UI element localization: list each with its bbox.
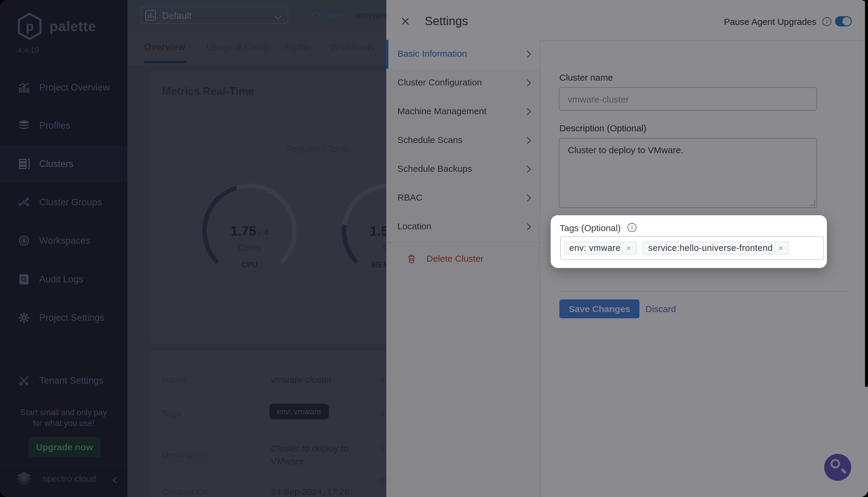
tags-input[interactable]: env: vmware × service:hello-universe-fro…: [560, 236, 824, 260]
tags-info-icon[interactable]: i: [628, 223, 636, 232]
tags-spotlight: Tags (Optional) i env: vmware × service:…: [551, 215, 827, 268]
remove-tag-icon[interactable]: ×: [626, 243, 631, 253]
remove-tag-icon[interactable]: ×: [778, 243, 783, 253]
tag-chip-service: service:hello-universe-frontend ×: [643, 242, 789, 255]
tags-label: Tags (Optional): [560, 223, 620, 233]
screen-edge-strip: [865, 0, 868, 387]
tag-chip-env-vmware: env: vmware ×: [564, 242, 637, 255]
app-window: Default / Clusters / vmware-cluster Over…: [0, 0, 868, 497]
